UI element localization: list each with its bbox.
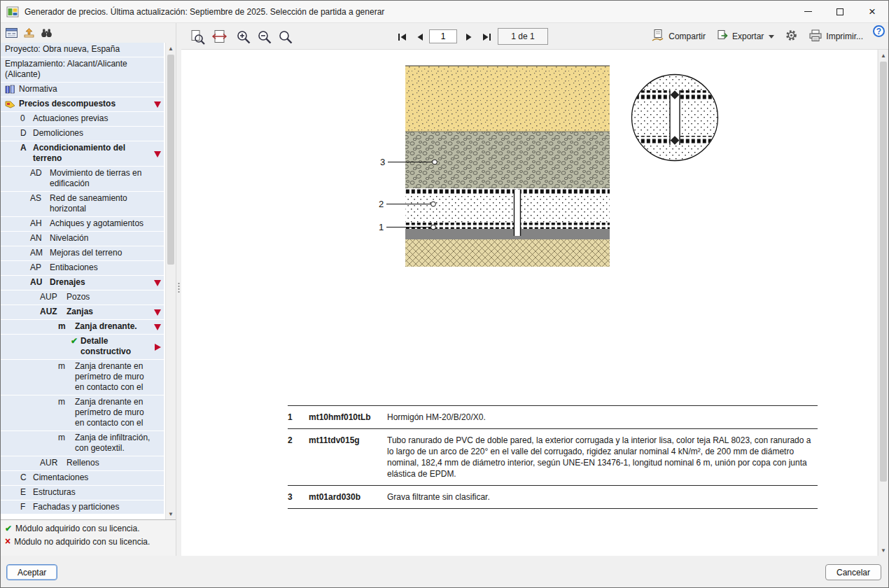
licence-legend: ✔ Módulo adquirido con su licencia. × Mó… <box>1 519 176 556</box>
preview-page: 3 2 1 <box>181 50 877 556</box>
export-label: Exportar <box>732 31 764 41</box>
cross-icon: × <box>5 537 10 546</box>
tree-item-code: AUZ <box>40 307 66 317</box>
tree-item-code: m <box>58 397 75 407</box>
tree-item-code: AN <box>30 233 50 244</box>
tree-item-label: Movimiento de tierras en edificación <box>50 168 161 189</box>
window-icon[interactable] <box>6 28 18 38</box>
scroll-down-icon[interactable]: ▼ <box>878 545 888 556</box>
sidebar-scrollbar[interactable]: ▲ ▼ <box>165 43 176 519</box>
location-row[interactable]: Emplazamiento: Alacant/Alicante (Alicant… <box>1 57 164 82</box>
share-button[interactable]: Compartir <box>651 29 706 44</box>
tree-item-code: AS <box>30 193 50 204</box>
scroll-down-icon[interactable]: ▼ <box>166 508 176 519</box>
callout-3: 3 <box>380 157 385 167</box>
share-icon <box>651 29 665 44</box>
tree-item-label: Estructuras <box>33 487 161 498</box>
tree-item[interactable]: ✔ 0 Actuaciones previas <box>1 112 164 126</box>
close-button[interactable]: × <box>856 1 888 22</box>
tree-item-label: Drenajes <box>50 277 161 288</box>
help-icon[interactable]: ? <box>873 25 885 37</box>
tree-item-label: Mejoras del terreno <box>50 248 161 258</box>
app-window: Generador de precios. Última actualizaci… <box>0 0 889 588</box>
cancel-button[interactable]: Cancelar <box>825 564 881 580</box>
tree-item-label: Achiques y agotamientos <box>50 218 161 229</box>
tree-item-label: Zanja de infiltración, con geotextil. <box>75 433 161 454</box>
tree-item[interactable]: ✔ AM Mejoras del terreno <box>1 246 164 260</box>
tree-item[interactable]: ✔ AU Drenajes <box>1 276 164 290</box>
tree-item[interactable]: ✔ D Demoliciones <box>1 127 164 141</box>
tree-item[interactable]: ✔ AS Red de saneamiento horizontal <box>1 192 164 216</box>
last-page-icon[interactable] <box>479 31 494 43</box>
tree-item[interactable]: ✔ AUP Pozos <box>1 290 164 304</box>
tree-item[interactable]: ✔ AN Nivelación <box>1 232 164 246</box>
tree-item[interactable]: ✔ AUZ Zanjas <box>1 305 164 319</box>
preview-scrollbar[interactable]: ▲ ▼ <box>878 50 888 556</box>
scrollbar-thumb[interactable] <box>167 55 174 265</box>
scroll-up-icon[interactable]: ▲ <box>166 43 176 54</box>
tree-item-code: AUP <box>40 292 66 302</box>
scrollbar-thumb[interactable] <box>880 62 887 482</box>
selected-arrow-icon <box>154 324 161 330</box>
tree-item[interactable]: ✔ m Zanja de infiltración, con geotextil… <box>1 431 164 456</box>
tree-item[interactable]: ✔ AH Achiques y agotamientos <box>1 217 164 231</box>
tree-item-label: Zanja drenante en perímetro de muro en c… <box>75 361 161 393</box>
tree-item[interactable]: ✔ A Acondicionamiento del terreno <box>1 141 164 166</box>
page-count-label: 1 de 1 <box>498 28 548 45</box>
print-label: Imprimir... <box>826 31 863 41</box>
next-page-icon[interactable] <box>461 31 477 43</box>
tree-item[interactable]: ✔ AUR Rellenos <box>1 456 164 470</box>
tree-item[interactable]: ✔ m Zanja drenante. <box>1 320 164 334</box>
maximize-icon <box>836 8 844 15</box>
minimize-button[interactable] <box>792 1 824 22</box>
first-page-icon[interactable] <box>395 31 410 43</box>
tree-item-code: 0 <box>20 113 33 124</box>
tree-item[interactable]: ✔ m Zanja drenante en perímetro de muro … <box>1 360 164 395</box>
tree-item-label: Acondicionamiento del terreno <box>33 143 161 164</box>
zoom-page-icon[interactable] <box>188 29 206 46</box>
material-code: mt10hmf010tLb <box>309 412 387 423</box>
selected-arrow-icon <box>154 151 161 158</box>
scroll-up-icon[interactable]: ▲ <box>878 50 888 61</box>
accept-button[interactable]: Aceptar <box>6 564 57 580</box>
settings-button[interactable] <box>785 29 798 44</box>
maximize-button[interactable] <box>824 1 856 22</box>
print-button[interactable]: Imprimir... <box>808 29 863 44</box>
project-row[interactable]: Proyecto: Obra nueva, España <box>1 43 164 57</box>
import-icon[interactable] <box>24 28 34 38</box>
tree-item-label: Pozos <box>66 292 161 302</box>
tree-item[interactable]: ✔ AP Entibaciones <box>1 261 164 275</box>
tree-item-label: Fachadas y particiones <box>33 502 161 512</box>
zoom-in-icon[interactable] <box>234 29 253 46</box>
tree-item[interactable]: ✔ AD Movimiento de tierras en edificació… <box>1 167 164 191</box>
page-number-input[interactable] <box>429 29 457 43</box>
tree-item[interactable]: ✔ E Estructuras <box>1 486 164 500</box>
tree-item[interactable]: ✔ F Fachadas y particiones <box>1 500 164 514</box>
materials-table: 1 mt10hmf010tLb Hormigón HM-20/B/20/X0. … <box>288 405 818 509</box>
export-button[interactable]: Exportar <box>716 29 774 44</box>
zoom-icon[interactable] <box>276 29 295 46</box>
tree-item[interactable]: ✔ Detalle constructivo <box>1 335 164 359</box>
fit-width-icon[interactable] <box>211 29 229 46</box>
footer-bar: Aceptar Cancelar <box>1 556 888 587</box>
panel-splitter[interactable] <box>176 23 181 556</box>
tree-item-label: Demoliciones <box>33 128 161 139</box>
tree-item[interactable]: ✔ Precios descompuestos <box>1 97 164 111</box>
binoculars-icon[interactable] <box>41 28 52 38</box>
tree-item-code: D <box>20 128 33 139</box>
tree-item[interactable]: ✔ Normativa <box>1 83 164 97</box>
selected-arrow-icon <box>154 102 161 108</box>
table-row: 2 mt11tdv015g Tubo ranurado de PVC de do… <box>288 428 818 485</box>
zoom-out-icon[interactable] <box>255 29 274 46</box>
tree-item-label: Nivelación <box>50 233 161 244</box>
category-panel: Proyecto: Obra nueva, España Emplazamien… <box>1 43 164 519</box>
legend-text: Módulo no adquirido con su licencia. <box>14 537 150 547</box>
prev-page-icon[interactable] <box>412 31 428 43</box>
tree-item[interactable]: ✔ m Zanja drenante en perímetro de muro … <box>1 396 164 430</box>
tree-item-code: AU <box>30 277 50 288</box>
tree-item-label: Detalle constructivo <box>80 336 161 357</box>
tree-item-label: Cimentaciones <box>33 472 161 483</box>
table-row: 1 mt10hmf010tLb Hormigón HM-20/B/20/X0. <box>288 405 818 428</box>
tree-item-label: Zanjas <box>66 307 161 317</box>
tree-item[interactable]: ✔ C Cimentaciones <box>1 471 164 485</box>
